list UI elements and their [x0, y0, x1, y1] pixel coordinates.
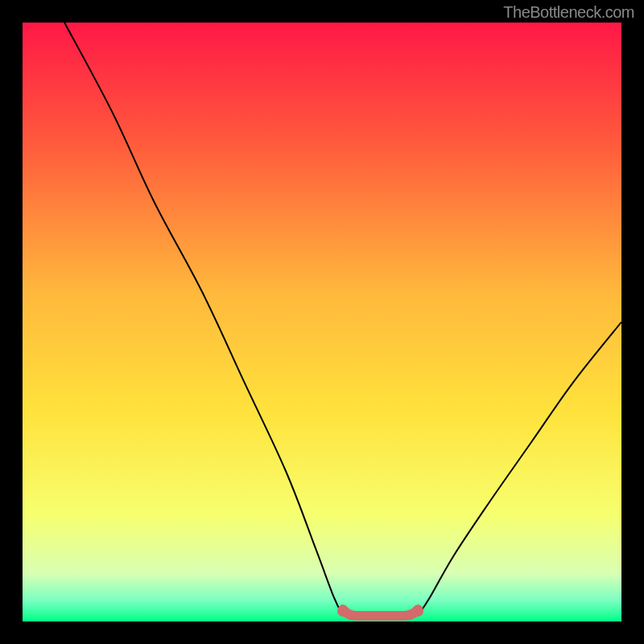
attribution-text: TheBottleneck.com: [503, 3, 634, 22]
chart-container: TheBottleneck.com: [0, 0, 644, 644]
optimal-region-start-dot: [337, 605, 349, 617]
bottleneck-chart: [0, 0, 644, 644]
optimal-region-end-dot: [412, 605, 423, 617]
